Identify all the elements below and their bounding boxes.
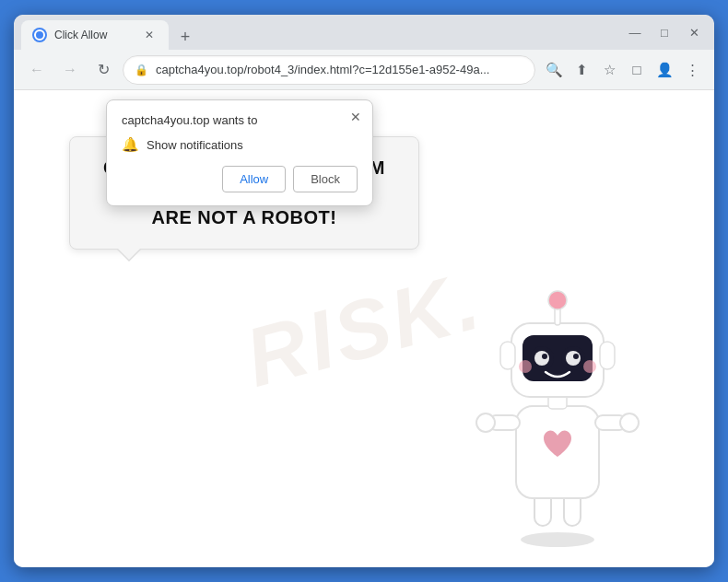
browser-window: Click Allow ✕ + — □ ✕ ← → ↻ 🔒 captcha4yo… [14, 15, 714, 567]
robot-svg [456, 254, 659, 549]
page-content: RISK. captcha4you.top wants to ✕ 🔔 Show … [14, 90, 714, 567]
extension-icon-btn[interactable]: □ [624, 57, 650, 83]
popup-title: captcha4you.top wants to [122, 113, 358, 127]
profile-icon-btn[interactable]: 👤 [652, 57, 677, 83]
block-button[interactable]: Block [293, 166, 358, 192]
title-bar: Click Allow ✕ + — □ ✕ [14, 15, 714, 50]
share-icon-btn[interactable]: ⬆ [569, 57, 594, 83]
back-button[interactable]: ← [23, 56, 51, 84]
svg-point-13 [542, 354, 547, 359]
window-controls: — □ ✕ [622, 19, 707, 45]
svg-point-20 [548, 291, 567, 309]
address-bar[interactable]: 🔒 captcha4you.top/robot4_3/index.html?c=… [123, 55, 535, 85]
svg-point-15 [566, 351, 581, 366]
popup-notification-text: Show notifications [147, 138, 243, 152]
menu-icon-btn[interactable]: ⋮ [679, 57, 705, 83]
refresh-button[interactable]: ↻ [89, 56, 117, 84]
close-button[interactable]: ✕ [681, 19, 707, 45]
url-text: captcha4you.top/robot4_3/index.html?c=12… [156, 63, 523, 76]
tab-close-button[interactable]: ✕ [141, 27, 158, 43]
forward-button[interactable]: → [56, 56, 84, 84]
bell-icon: 🔔 [122, 136, 139, 153]
bookmark-icon-btn[interactable]: ☆ [596, 57, 622, 83]
svg-rect-22 [600, 342, 615, 369]
svg-point-18 [583, 360, 596, 373]
notification-popup: captcha4you.top wants to ✕ 🔔 Show notifi… [106, 99, 373, 206]
tab-title: Click Allow [54, 29, 134, 41]
tab-favicon [32, 28, 47, 42]
svg-point-7 [620, 413, 639, 432]
svg-point-0 [521, 532, 594, 547]
new-tab-button[interactable]: + [172, 24, 198, 50]
popup-buttons: Allow Block [122, 166, 358, 192]
toolbar-icons: 🔍 ⬆ ☆ □ 👤 ⋮ [541, 57, 705, 83]
minimize-button[interactable]: — [622, 19, 648, 45]
robot-illustration [456, 254, 659, 549]
popup-close-button[interactable]: ✕ [346, 108, 365, 126]
maximize-button[interactable]: □ [652, 19, 677, 45]
svg-rect-21 [500, 342, 515, 369]
search-icon-btn[interactable]: 🔍 [541, 57, 567, 83]
svg-point-16 [573, 354, 579, 359]
svg-point-5 [476, 413, 495, 432]
svg-point-12 [534, 351, 549, 366]
lock-icon: 🔒 [135, 64, 148, 76]
active-tab[interactable]: Click Allow ✕ [21, 20, 169, 50]
popup-notification-row: 🔔 Show notifications [122, 136, 358, 153]
allow-button[interactable]: Allow [222, 166, 286, 192]
main-text-line2: ARE NOT A ROBOT! [152, 207, 337, 227]
toolbar: ← → ↻ 🔒 captcha4you.top/robot4_3/index.h… [14, 50, 714, 90]
tab-area: Click Allow ✕ + [21, 15, 622, 50]
svg-point-17 [519, 360, 532, 373]
